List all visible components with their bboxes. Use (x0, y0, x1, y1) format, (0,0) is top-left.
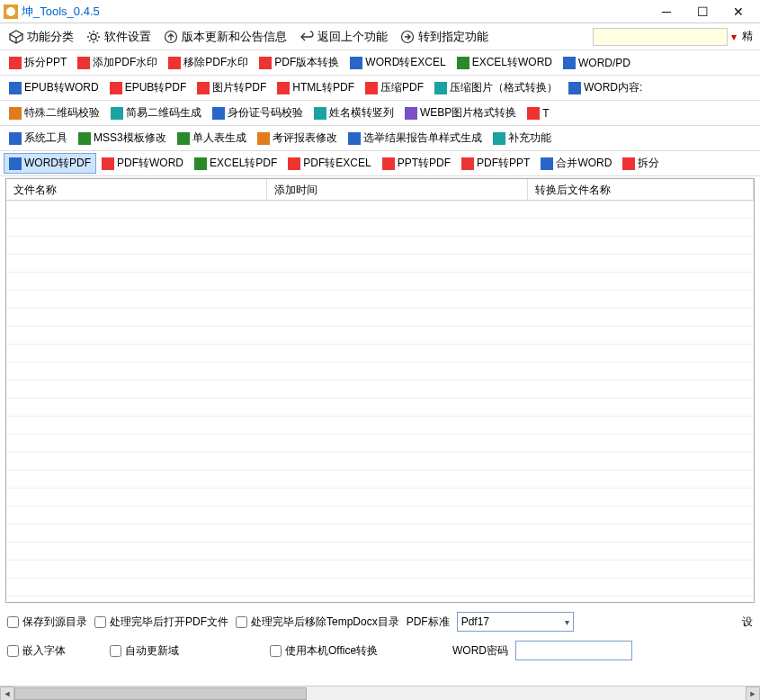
tool-label: 单人表生成 (192, 130, 246, 146)
tool-htmlpdf[interactable]: HTML转PDF (272, 77, 360, 98)
tool-label: 姓名横转竖列 (329, 105, 394, 121)
tool-label: PDF版本转换 (274, 55, 339, 70)
tool-epubpdf[interactable]: EPUB转PDF (104, 77, 192, 98)
chk-use-local-office[interactable]: 使用本机Office转换 (270, 643, 445, 659)
horizontal-scrollbar[interactable]: ◄ ► (0, 686, 760, 700)
tool-[interactable]: 拆分 (617, 153, 665, 174)
tool-label: 添加PDF水印 (93, 55, 157, 70)
maximize-button[interactable]: ☐ (684, 1, 720, 22)
chk-remove-temp[interactable]: 处理完毕后移除TempDocx目录 (236, 615, 399, 630)
tool-icon (78, 132, 91, 145)
tool-word[interactable]: 合并WORD (535, 153, 617, 174)
chk-auto-update-field[interactable]: 自动更新域 (110, 643, 263, 659)
table-body[interactable] (6, 201, 754, 602)
tool-pdf[interactable]: 压缩PDF (360, 77, 429, 98)
tool-icon (194, 157, 207, 170)
tool-icon (563, 57, 576, 69)
tool-label: EPUB转WORD (24, 80, 99, 95)
tool-pdfppt[interactable]: PDF转PPT (456, 153, 535, 174)
chk-embed-font[interactable]: 嵌入字体 (7, 643, 103, 659)
svg-marker-2 (10, 31, 22, 38)
tool-icon (168, 57, 181, 69)
pdf-standard-combo[interactable]: Pdf17 ▾ (457, 612, 574, 632)
tool-icon (9, 82, 22, 94)
menu-update[interactable]: 版本更新和公告信息 (158, 27, 292, 47)
tool-[interactable]: 选举结果报告单样式生成 (343, 128, 487, 148)
chk-open-after[interactable]: 处理完毕后打开PDF文件 (94, 615, 228, 630)
tool-wordexcel[interactable]: WORD转EXCEL (344, 52, 451, 73)
tool-pptpdf[interactable]: PPT转PDF (377, 153, 456, 174)
tool-webp[interactable]: WEBP图片格式转换 (399, 103, 522, 123)
tool-excelword[interactable]: EXCEL转WORD (452, 52, 558, 73)
tool-[interactable]: 身份证号码校验 (207, 103, 308, 123)
tool-pdf[interactable]: 移除PDF水印 (163, 52, 254, 73)
toolbar-row: 系统工具MSS3模板修改单人表生成考评报表修改选举结果报告单样式生成补充功能 (0, 126, 760, 151)
tool-[interactable]: 考评报表修改 (252, 128, 343, 148)
tool-[interactable]: 系统工具 (4, 128, 73, 148)
col-addtime[interactable]: 添加时间 (267, 179, 528, 200)
tool-word[interactable]: WORD内容: (563, 77, 648, 98)
tool-[interactable]: 压缩图片（格式转换） (429, 77, 563, 98)
scroll-thumb[interactable] (14, 687, 307, 700)
menu-settings[interactable]: 软件设置 (81, 27, 156, 47)
tool-pdfexcel[interactable]: PDF转EXCEL (282, 153, 376, 174)
tool-icon (382, 157, 395, 170)
tool-pdfword[interactable]: PDF转WORD (96, 153, 189, 174)
close-button[interactable]: ✕ (720, 1, 756, 22)
tool-pdf[interactable]: PDF版本转换 (254, 52, 344, 73)
tool-wordpdf[interactable]: WORD转PDF (4, 153, 96, 174)
search-button[interactable]: 精 (738, 27, 756, 46)
tool-[interactable]: 特殊二维码校验 (4, 103, 105, 123)
file-table: 文件名称 添加时间 转换后文件名称 (5, 178, 755, 603)
tool-[interactable]: 补充功能 (487, 128, 557, 148)
scroll-right-button[interactable]: ► (746, 687, 760, 701)
tool-ppt[interactable]: 拆分PPT (4, 52, 72, 73)
gear-icon (86, 30, 101, 44)
tool-icon (277, 82, 290, 94)
tool-[interactable]: 单人表生成 (172, 128, 252, 148)
menu-goto[interactable]: 转到指定功能 (395, 27, 494, 47)
tool-icon (541, 157, 553, 170)
tool-mss3[interactable]: MSS3模板修改 (73, 128, 172, 148)
tool-epubword[interactable]: EPUB转WORD (4, 77, 104, 98)
tool-label: PDF转WORD (117, 156, 183, 171)
tool-pdf[interactable]: 图片转PDF (192, 77, 272, 98)
options-panel: 保存到源目录 处理完毕后打开PDF文件 处理完毕后移除TempDocx目录 PD… (0, 608, 760, 664)
tool-excelpdf[interactable]: EXCEL转PDF (189, 153, 282, 174)
tool-icon (348, 132, 361, 145)
scroll-track[interactable] (14, 687, 746, 701)
tool-icon (568, 82, 581, 94)
function-search-input[interactable] (593, 28, 728, 46)
menu-label: 返回上个功能 (317, 29, 388, 45)
tool-icon (9, 157, 22, 170)
tool-label: EXCEL转PDF (210, 156, 277, 171)
toolbar-row: WORD转PDFPDF转WORDEXCEL转PDFPDF转EXCELPPT转PD… (0, 151, 760, 176)
chk-save-to-source[interactable]: 保存到源目录 (7, 615, 87, 630)
tool-wordpd[interactable]: WORD/PD (558, 54, 636, 72)
tool-pdf[interactable]: 添加PDF水印 (72, 52, 163, 73)
col-filename[interactable]: 文件名称 (6, 179, 267, 200)
minimize-button[interactable]: ─ (648, 1, 684, 22)
tool-label: HTML转PDF (292, 80, 354, 95)
tool-icon (457, 57, 469, 69)
back-arrow-icon (300, 30, 314, 44)
tool-t[interactable]: T (522, 104, 554, 122)
tool-icon (110, 82, 122, 94)
tool-icon (259, 57, 272, 69)
tool-label: PPT转PDF (398, 156, 451, 171)
toolbar-row: 拆分PPT添加PDF水印移除PDF水印PDF版本转换WORD转EXCELEXCE… (0, 50, 760, 76)
tool-label: 压缩图片（格式转换） (450, 80, 558, 95)
col-outputname[interactable]: 转换后文件名称 (528, 179, 754, 200)
settings-link[interactable]: 设 (742, 615, 753, 630)
scroll-left-button[interactable]: ◄ (0, 687, 14, 701)
word-password-input[interactable] (515, 641, 632, 660)
toolbar-row: 特殊二维码校验简易二维码生成身份证号码校验姓名横转竖列WEBP图片格式转换T (0, 101, 760, 126)
menu-back[interactable]: 返回上个功能 (294, 27, 393, 47)
tool-label: WORD转EXCEL (365, 55, 445, 70)
tool-[interactable]: 简易二维码生成 (105, 103, 207, 123)
tool-[interactable]: 姓名横转竖列 (308, 103, 399, 123)
tool-icon (493, 132, 505, 145)
menu-category[interactable]: 功能分类 (4, 27, 79, 47)
tool-icon (77, 57, 90, 69)
tool-icon (111, 107, 123, 120)
